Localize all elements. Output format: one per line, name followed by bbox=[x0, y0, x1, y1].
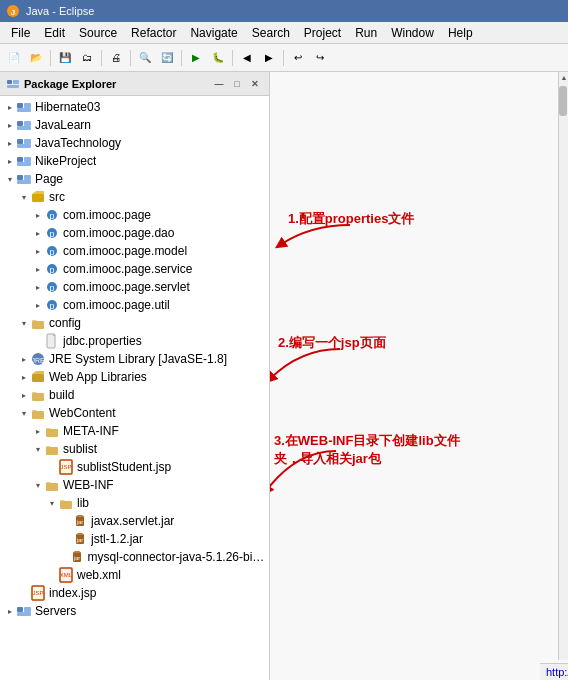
menu-refactor[interactable]: Refactor bbox=[124, 24, 183, 42]
tree-item-lib[interactable]: lib bbox=[0, 494, 269, 512]
tree-item-javax.servlet.jar[interactable]: jar javax.servlet.jar bbox=[0, 512, 269, 530]
menu-edit[interactable]: Edit bbox=[37, 24, 72, 42]
menu-navigate[interactable]: Navigate bbox=[183, 24, 244, 42]
menu-file[interactable]: File bbox=[4, 24, 37, 42]
tree-item-config[interactable]: config bbox=[0, 314, 269, 332]
arrow-jstl-1.2.jar[interactable] bbox=[60, 533, 72, 545]
tree-item-jre[interactable]: JRE JRE System Library [JavaSE-1.8] bbox=[0, 350, 269, 368]
tree-item-com.imooc.page.model[interactable]: p com.imooc.page.model bbox=[0, 242, 269, 260]
arrow-com.imooc.page.util[interactable] bbox=[32, 299, 44, 311]
arrow-index.jsp[interactable] bbox=[18, 587, 30, 599]
panel-minimize[interactable]: — bbox=[211, 76, 227, 92]
arrow-build[interactable] bbox=[18, 389, 30, 401]
scroll-up[interactable]: ▲ bbox=[559, 72, 568, 82]
toolbar-save[interactable]: 💾 bbox=[55, 48, 75, 68]
arrow-com.imooc.page.servlet[interactable] bbox=[32, 281, 44, 293]
arrow-config[interactable] bbox=[18, 317, 30, 329]
tree-item-sublist[interactable]: sublist bbox=[0, 440, 269, 458]
toolbar-debug[interactable]: 🐛 bbox=[208, 48, 228, 68]
toolbar-print[interactable]: 🖨 bbox=[106, 48, 126, 68]
tree-item-mysql-connector[interactable]: jar mysql-connector-java-5.1.26-bin.jar bbox=[0, 548, 269, 566]
arrow-com.imooc.page.model[interactable] bbox=[32, 245, 44, 257]
tree-item-meta-inf[interactable]: META-INF bbox=[0, 422, 269, 440]
tree-item-src[interactable]: src bbox=[0, 188, 269, 206]
content-area: ▲ 1.配置properties文件 2.编写一个jsp页面 bbox=[270, 72, 568, 680]
annotation-1: 1.配置properties文件 bbox=[288, 210, 414, 228]
package-explorer-tree[interactable]: Hibernate03 JavaLearn JavaTechnology Nik… bbox=[0, 96, 269, 680]
arrow-web-inf[interactable] bbox=[32, 479, 44, 491]
tree-item-com.imooc.page.servlet[interactable]: p com.imooc.page.servlet bbox=[0, 278, 269, 296]
tree-item-nikeproject[interactable]: NikeProject bbox=[0, 152, 269, 170]
tree-item-webcontent[interactable]: WebContent bbox=[0, 404, 269, 422]
arrow-hibernate03[interactable] bbox=[4, 101, 16, 113]
arrow-sublist[interactable] bbox=[32, 443, 44, 455]
tree-item-com.imooc.page[interactable]: p com.imooc.page bbox=[0, 206, 269, 224]
label-index.jsp: index.jsp bbox=[49, 586, 96, 600]
tree-item-web-inf[interactable]: WEB-INF bbox=[0, 476, 269, 494]
label-nikeproject: NikeProject bbox=[35, 154, 96, 168]
arrow-page[interactable] bbox=[4, 173, 16, 185]
arrow-subliststudent[interactable] bbox=[46, 461, 58, 473]
arrow-com.imooc.page.dao[interactable] bbox=[32, 227, 44, 239]
icon-javalearn bbox=[16, 117, 32, 133]
arrow-com.imooc.page[interactable] bbox=[32, 209, 44, 221]
arrow-mysql-connector[interactable] bbox=[57, 551, 69, 563]
toolbar-run[interactable]: ▶ bbox=[186, 48, 206, 68]
label-web-inf: WEB-INF bbox=[63, 478, 114, 492]
tree-item-jstl-1.2.jar[interactable]: jar jstl-1.2.jar bbox=[0, 530, 269, 548]
tree-item-servers[interactable]: Servers bbox=[0, 602, 269, 620]
arrow-javatechnology[interactable] bbox=[4, 137, 16, 149]
tree-item-index.jsp[interactable]: JSP index.jsp bbox=[0, 584, 269, 602]
arrow-nikeproject[interactable] bbox=[4, 155, 16, 167]
menu-help[interactable]: Help bbox=[441, 24, 480, 42]
tree-item-com.imooc.page.service[interactable]: p com.imooc.page.service bbox=[0, 260, 269, 278]
tree-item-hibernate03[interactable]: Hibernate03 bbox=[0, 98, 269, 116]
tree-item-build[interactable]: build bbox=[0, 386, 269, 404]
tree-item-webapp[interactable]: Web App Libraries bbox=[0, 368, 269, 386]
tree-item-page[interactable]: Page bbox=[0, 170, 269, 188]
arrow-com.imooc.page.service[interactable] bbox=[32, 263, 44, 275]
toolbar-save-all[interactable]: 🗂 bbox=[77, 48, 97, 68]
menu-project[interactable]: Project bbox=[297, 24, 348, 42]
menu-source[interactable]: Source bbox=[72, 24, 124, 42]
toolbar-search[interactable]: 🔍 bbox=[135, 48, 155, 68]
annotation-3: 3.在WEB-INF目录下创建lib文件 夹，导入相关jar包 bbox=[274, 432, 460, 468]
label-page: Page bbox=[35, 172, 63, 186]
toolbar-refresh[interactable]: 🔄 bbox=[157, 48, 177, 68]
tree-item-com.imooc.page.util[interactable]: p com.imooc.page.util bbox=[0, 296, 269, 314]
toolbar-next-edit[interactable]: ↪ bbox=[310, 48, 330, 68]
panel-close[interactable]: ✕ bbox=[247, 76, 263, 92]
arrow-javax.servlet.jar[interactable] bbox=[60, 515, 72, 527]
toolbar-open[interactable]: 📂 bbox=[26, 48, 46, 68]
arrow-webapp[interactable] bbox=[18, 371, 30, 383]
svg-text:p: p bbox=[49, 211, 54, 221]
tree-item-subliststudent[interactable]: JSP sublistStudent.jsp bbox=[0, 458, 269, 476]
arrow-jdbc.properties[interactable] bbox=[32, 335, 44, 347]
arrow-jre[interactable] bbox=[18, 353, 30, 365]
scrollbar-vertical[interactable]: ▲ bbox=[558, 72, 568, 660]
menu-window[interactable]: Window bbox=[384, 24, 441, 42]
arrow-javalearn[interactable] bbox=[4, 119, 16, 131]
icon-jre: JRE bbox=[30, 351, 46, 367]
arrow-servers[interactable] bbox=[4, 605, 16, 617]
tree-item-web.xml[interactable]: XML web.xml bbox=[0, 566, 269, 584]
menu-run[interactable]: Run bbox=[348, 24, 384, 42]
toolbar-prev-edit[interactable]: ↩ bbox=[288, 48, 308, 68]
tree-item-javatechnology[interactable]: JavaTechnology bbox=[0, 134, 269, 152]
panel-maximize[interactable]: □ bbox=[229, 76, 245, 92]
tree-item-jdbc.properties[interactable]: jdbc.properties bbox=[0, 332, 269, 350]
arrow-web.xml[interactable] bbox=[46, 569, 58, 581]
toolbar-fwd[interactable]: ▶ bbox=[259, 48, 279, 68]
toolbar-new[interactable]: 📄 bbox=[4, 48, 24, 68]
arrow-meta-inf[interactable] bbox=[32, 425, 44, 437]
tree-item-com.imooc.page.dao[interactable]: p com.imooc.page.dao bbox=[0, 224, 269, 242]
svg-rect-40 bbox=[46, 429, 58, 437]
scroll-thumb[interactable] bbox=[559, 86, 567, 116]
arrow-src[interactable] bbox=[18, 191, 30, 203]
arrow-webcontent[interactable] bbox=[18, 407, 30, 419]
tree-item-javalearn[interactable]: JavaLearn bbox=[0, 116, 269, 134]
arrow-lib[interactable] bbox=[46, 497, 58, 509]
menu-search[interactable]: Search bbox=[245, 24, 297, 42]
toolbar-back[interactable]: ◀ bbox=[237, 48, 257, 68]
svg-rect-47 bbox=[77, 515, 83, 517]
